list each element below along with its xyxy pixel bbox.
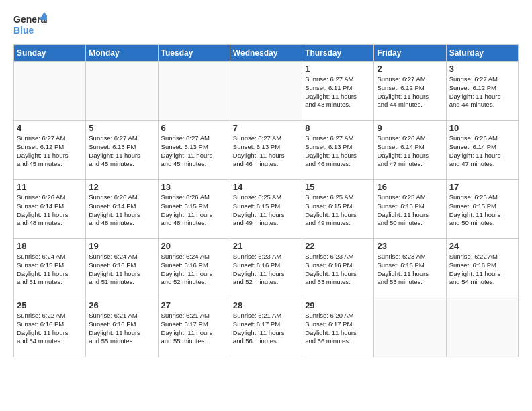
logo: General Blue [13, 11, 47, 39]
day-info: Sunrise: 6:26 AM Sunset: 6:14 PM Dayligh… [89, 193, 154, 228]
day-info: Sunrise: 6:21 AM Sunset: 6:17 PM Dayligh… [233, 312, 299, 346]
day-info: Sunrise: 6:26 AM Sunset: 6:14 PM Dayligh… [17, 193, 83, 228]
day-number: 5 [89, 123, 154, 133]
weekday-header-wednesday: Wednesday [230, 45, 302, 62]
svg-text:Blue: Blue [13, 25, 34, 36]
day-number: 18 [17, 241, 83, 251]
day-number: 15 [305, 182, 371, 192]
calendar-cell [158, 62, 230, 121]
weekday-header-thursday: Thursday [302, 45, 374, 62]
weekday-header-saturday: Saturday [446, 45, 518, 62]
day-info: Sunrise: 6:21 AM Sunset: 6:17 PM Dayligh… [161, 312, 227, 346]
day-number: 2 [377, 64, 443, 74]
weekday-header-row: SundayMondayTuesdayWednesdayThursdayFrid… [14, 45, 519, 62]
day-number: 23 [377, 241, 443, 251]
day-info: Sunrise: 6:25 AM Sunset: 6:15 PM Dayligh… [377, 193, 443, 228]
calendar-cell: 4Sunrise: 6:27 AM Sunset: 6:12 PM Daylig… [14, 121, 86, 180]
day-number: 12 [89, 182, 154, 192]
calendar-cell: 11Sunrise: 6:26 AM Sunset: 6:14 PM Dayli… [14, 180, 86, 239]
week-row-4: 18Sunrise: 6:24 AM Sunset: 6:15 PM Dayli… [14, 239, 519, 298]
calendar-cell: 16Sunrise: 6:25 AM Sunset: 6:15 PM Dayli… [374, 180, 446, 239]
calendar-cell: 3Sunrise: 6:27 AM Sunset: 6:12 PM Daylig… [446, 62, 518, 121]
day-number: 8 [305, 123, 371, 133]
day-info: Sunrise: 6:23 AM Sunset: 6:16 PM Dayligh… [233, 253, 299, 287]
week-row-5: 25Sunrise: 6:22 AM Sunset: 6:16 PM Dayli… [14, 298, 519, 357]
calendar-cell: 8Sunrise: 6:27 AM Sunset: 6:13 PM Daylig… [302, 121, 374, 180]
day-number: 20 [161, 241, 227, 251]
day-info: Sunrise: 6:26 AM Sunset: 6:14 PM Dayligh… [377, 134, 443, 169]
calendar-cell: 23Sunrise: 6:23 AM Sunset: 6:16 PM Dayli… [374, 239, 446, 298]
day-info: Sunrise: 6:27 AM Sunset: 6:13 PM Dayligh… [161, 134, 227, 169]
day-info: Sunrise: 6:27 AM Sunset: 6:12 PM Dayligh… [449, 75, 515, 109]
day-number: 24 [449, 241, 515, 251]
day-info: Sunrise: 6:23 AM Sunset: 6:16 PM Dayligh… [377, 253, 443, 287]
day-info: Sunrise: 6:27 AM Sunset: 6:13 PM Dayligh… [233, 134, 299, 169]
day-number: 9 [377, 123, 443, 133]
calendar-cell: 9Sunrise: 6:26 AM Sunset: 6:14 PM Daylig… [374, 121, 446, 180]
calendar-cell: 2Sunrise: 6:27 AM Sunset: 6:12 PM Daylig… [374, 62, 446, 121]
day-number: 3 [449, 64, 515, 74]
calendar-table: SundayMondayTuesdayWednesdayThursdayFrid… [13, 44, 519, 357]
calendar-cell: 26Sunrise: 6:21 AM Sunset: 6:16 PM Dayli… [86, 298, 158, 357]
day-info: Sunrise: 6:27 AM Sunset: 6:12 PM Dayligh… [377, 75, 443, 109]
weekday-header-sunday: Sunday [14, 45, 86, 62]
day-info: Sunrise: 6:26 AM Sunset: 6:14 PM Dayligh… [449, 134, 515, 169]
day-number: 6 [161, 123, 227, 133]
header: General Blue [13, 11, 519, 39]
calendar-cell: 7Sunrise: 6:27 AM Sunset: 6:13 PM Daylig… [230, 121, 302, 180]
day-number: 22 [305, 241, 371, 251]
page-container: General Blue SundayMondayTuesdayWednesda… [0, 0, 532, 364]
day-info: Sunrise: 6:25 AM Sunset: 6:15 PM Dayligh… [233, 193, 299, 228]
calendar-cell: 19Sunrise: 6:24 AM Sunset: 6:16 PM Dayli… [86, 239, 158, 298]
day-info: Sunrise: 6:24 AM Sunset: 6:15 PM Dayligh… [17, 253, 83, 287]
day-info: Sunrise: 6:22 AM Sunset: 6:16 PM Dayligh… [17, 312, 83, 346]
day-info: Sunrise: 6:27 AM Sunset: 6:11 PM Dayligh… [305, 75, 371, 109]
day-info: Sunrise: 6:20 AM Sunset: 6:17 PM Dayligh… [305, 312, 371, 346]
day-number: 27 [161, 300, 227, 310]
week-row-3: 11Sunrise: 6:26 AM Sunset: 6:14 PM Dayli… [14, 180, 519, 239]
calendar-cell: 10Sunrise: 6:26 AM Sunset: 6:14 PM Dayli… [446, 121, 518, 180]
calendar-cell: 27Sunrise: 6:21 AM Sunset: 6:17 PM Dayli… [158, 298, 230, 357]
day-number: 25 [17, 300, 83, 310]
day-info: Sunrise: 6:24 AM Sunset: 6:16 PM Dayligh… [161, 253, 227, 287]
calendar-cell [14, 62, 86, 121]
day-number: 19 [89, 241, 154, 251]
calendar-cell: 21Sunrise: 6:23 AM Sunset: 6:16 PM Dayli… [230, 239, 302, 298]
day-info: Sunrise: 6:27 AM Sunset: 6:12 PM Dayligh… [17, 134, 83, 169]
logo-svg: General Blue [13, 11, 47, 39]
calendar-cell: 17Sunrise: 6:25 AM Sunset: 6:15 PM Dayli… [446, 180, 518, 239]
weekday-header-monday: Monday [86, 45, 158, 62]
day-number: 29 [305, 300, 371, 310]
calendar-cell: 6Sunrise: 6:27 AM Sunset: 6:13 PM Daylig… [158, 121, 230, 180]
day-info: Sunrise: 6:27 AM Sunset: 6:13 PM Dayligh… [89, 134, 154, 169]
day-info: Sunrise: 6:23 AM Sunset: 6:16 PM Dayligh… [305, 253, 371, 287]
day-info: Sunrise: 6:27 AM Sunset: 6:13 PM Dayligh… [305, 134, 371, 169]
day-info: Sunrise: 6:24 AM Sunset: 6:16 PM Dayligh… [89, 253, 154, 287]
weekday-header-tuesday: Tuesday [158, 45, 230, 62]
day-number: 1 [305, 64, 371, 74]
day-info: Sunrise: 6:25 AM Sunset: 6:15 PM Dayligh… [305, 193, 371, 228]
calendar-cell: 14Sunrise: 6:25 AM Sunset: 6:15 PM Dayli… [230, 180, 302, 239]
day-number: 28 [233, 300, 299, 310]
day-number: 4 [17, 123, 83, 133]
day-number: 17 [449, 182, 515, 192]
day-number: 16 [377, 182, 443, 192]
day-info: Sunrise: 6:25 AM Sunset: 6:15 PM Dayligh… [449, 193, 515, 228]
calendar-cell: 20Sunrise: 6:24 AM Sunset: 6:16 PM Dayli… [158, 239, 230, 298]
calendar-cell: 13Sunrise: 6:26 AM Sunset: 6:15 PM Dayli… [158, 180, 230, 239]
calendar-cell [230, 62, 302, 121]
calendar-cell: 15Sunrise: 6:25 AM Sunset: 6:15 PM Dayli… [302, 180, 374, 239]
day-number: 26 [89, 300, 154, 310]
calendar-cell: 25Sunrise: 6:22 AM Sunset: 6:16 PM Dayli… [14, 298, 86, 357]
calendar-cell: 22Sunrise: 6:23 AM Sunset: 6:16 PM Dayli… [302, 239, 374, 298]
calendar-cell [374, 298, 446, 357]
day-info: Sunrise: 6:21 AM Sunset: 6:16 PM Dayligh… [89, 312, 154, 346]
day-info: Sunrise: 6:22 AM Sunset: 6:16 PM Dayligh… [449, 253, 515, 287]
calendar-cell: 5Sunrise: 6:27 AM Sunset: 6:13 PM Daylig… [86, 121, 158, 180]
day-number: 14 [233, 182, 299, 192]
calendar-cell: 28Sunrise: 6:21 AM Sunset: 6:17 PM Dayli… [230, 298, 302, 357]
weekday-header-friday: Friday [374, 45, 446, 62]
day-number: 10 [449, 123, 515, 133]
day-number: 13 [161, 182, 227, 192]
calendar-cell: 24Sunrise: 6:22 AM Sunset: 6:16 PM Dayli… [446, 239, 518, 298]
